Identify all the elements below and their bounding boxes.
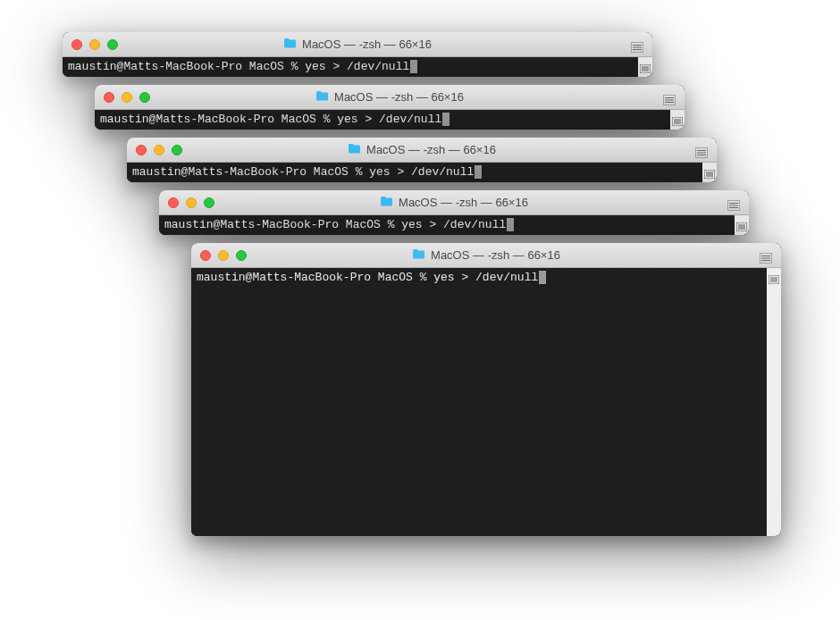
- window-title-content: MacOS — -zsh — 66×16: [380, 196, 528, 209]
- prompt: maustin@Matts-MacBook-Pro MacOS %: [132, 165, 369, 179]
- folder-icon: [315, 90, 329, 104]
- command: yes > /dev/null: [401, 218, 506, 231]
- traffic-lights: [136, 145, 182, 155]
- command: yes > /dev/null: [337, 113, 441, 126]
- titlebar[interactable]: MacOS — -zsh — 66×16: [95, 85, 685, 110]
- window-title-content: MacOS — -zsh — 66×16: [315, 90, 464, 104]
- titlebar[interactable]: MacOS — -zsh — 66×16: [159, 190, 749, 215]
- cursor: [539, 271, 546, 284]
- close-button[interactable]: [168, 197, 179, 208]
- cursor: [507, 218, 514, 231]
- traffic-lights: [104, 92, 150, 103]
- traffic-lights: [71, 39, 118, 50]
- folder-icon: [283, 38, 297, 51]
- command: yes > /dev/null: [305, 60, 409, 73]
- maximize-button[interactable]: [139, 92, 150, 103]
- terminal-body[interactable]: maustin@Matts-MacBook-Pro MacOS % yes > …: [127, 163, 702, 182]
- terminal-window-4[interactable]: MacOS — -zsh — 66×16 maustin@Matts-MacBo…: [159, 190, 749, 235]
- prompt: maustin@Matts-MacBook-Pro MacOS %: [100, 113, 337, 126]
- folder-icon: [348, 143, 361, 156]
- terminal-window-2[interactable]: MacOS — -zsh — 66×16 maustin@Matts-MacBo…: [95, 85, 685, 130]
- titlebar[interactable]: MacOS — -zsh — 66×16: [127, 138, 717, 163]
- terminal-body[interactable]: maustin@Matts-MacBook-Pro MacOS % yes > …: [191, 268, 767, 536]
- window-title-content: MacOS — -zsh — 66×16: [412, 248, 560, 262]
- prompt: maustin@Matts-MacBook-Pro MacOS %: [197, 271, 433, 284]
- minimize-button[interactable]: [122, 92, 132, 103]
- scrollbar-strip[interactable]: [702, 163, 717, 182]
- prompt: maustin@Matts-MacBook-Pro MacOS %: [164, 218, 401, 231]
- folder-icon: [380, 196, 393, 209]
- minimize-button[interactable]: [218, 250, 229, 261]
- terminal-window-5[interactable]: MacOS — -zsh — 66×16 maustin@Matts-MacBo…: [191, 243, 781, 536]
- window-title: MacOS — -zsh — 66×16: [302, 38, 432, 51]
- terminal-window-1[interactable]: MacOS — -zsh — 66×16 maustin@Matts-MacBo…: [63, 32, 652, 77]
- folder-icon: [412, 248, 425, 262]
- cursor: [475, 165, 482, 179]
- cursor: [410, 60, 417, 73]
- lines-icon: [695, 145, 708, 155]
- scrollbar-strip[interactable]: [735, 215, 749, 235]
- lines-icon: [704, 166, 715, 175]
- lines-icon: [727, 197, 740, 207]
- terminal-body[interactable]: maustin@Matts-MacBook-Pro MacOS % yes > …: [95, 110, 670, 130]
- window-title-content: MacOS — -zsh — 66×16: [283, 38, 432, 51]
- lines-icon: [663, 92, 676, 102]
- window-title: MacOS — -zsh — 66×16: [399, 196, 528, 209]
- close-button[interactable]: [136, 145, 147, 155]
- traffic-lights: [200, 250, 247, 261]
- window-title: MacOS — -zsh — 66×16: [431, 248, 560, 262]
- window-title: MacOS — -zsh — 66×16: [366, 143, 496, 156]
- lines-icon: [631, 39, 643, 49]
- scrollbar-strip[interactable]: [638, 57, 652, 77]
- window-title-content: MacOS — -zsh — 66×16: [348, 143, 496, 156]
- command: yes > /dev/null: [369, 165, 474, 179]
- scrollbar-strip[interactable]: [670, 110, 685, 130]
- close-button[interactable]: [104, 92, 114, 103]
- lines-icon: [736, 219, 747, 228]
- titlebar[interactable]: MacOS — -zsh — 66×16: [191, 243, 781, 268]
- scrollbar-strip[interactable]: [767, 268, 781, 536]
- traffic-lights: [168, 197, 214, 208]
- lines-icon: [760, 250, 772, 260]
- minimize-button[interactable]: [186, 197, 197, 208]
- terminal-body[interactable]: maustin@Matts-MacBook-Pro MacOS % yes > …: [159, 215, 735, 235]
- titlebar[interactable]: MacOS — -zsh — 66×16: [63, 32, 652, 57]
- prompt: maustin@Matts-MacBook-Pro MacOS %: [68, 60, 305, 73]
- command: yes > /dev/null: [433, 271, 538, 284]
- terminal-window-3[interactable]: MacOS — -zsh — 66×16 maustin@Matts-MacBo…: [127, 138, 717, 182]
- maximize-button[interactable]: [107, 39, 118, 50]
- maximize-button[interactable]: [172, 145, 182, 155]
- lines-icon: [672, 113, 683, 122]
- lines-icon: [640, 61, 651, 70]
- maximize-button[interactable]: [236, 250, 247, 261]
- lines-icon: [769, 272, 779, 281]
- terminal-body[interactable]: maustin@Matts-MacBook-Pro MacOS % yes > …: [63, 57, 638, 77]
- cursor: [442, 113, 449, 126]
- window-title: MacOS — -zsh — 66×16: [334, 90, 464, 104]
- minimize-button[interactable]: [154, 145, 164, 155]
- close-button[interactable]: [200, 250, 211, 261]
- minimize-button[interactable]: [89, 39, 100, 50]
- close-button[interactable]: [71, 39, 82, 50]
- maximize-button[interactable]: [204, 197, 214, 208]
